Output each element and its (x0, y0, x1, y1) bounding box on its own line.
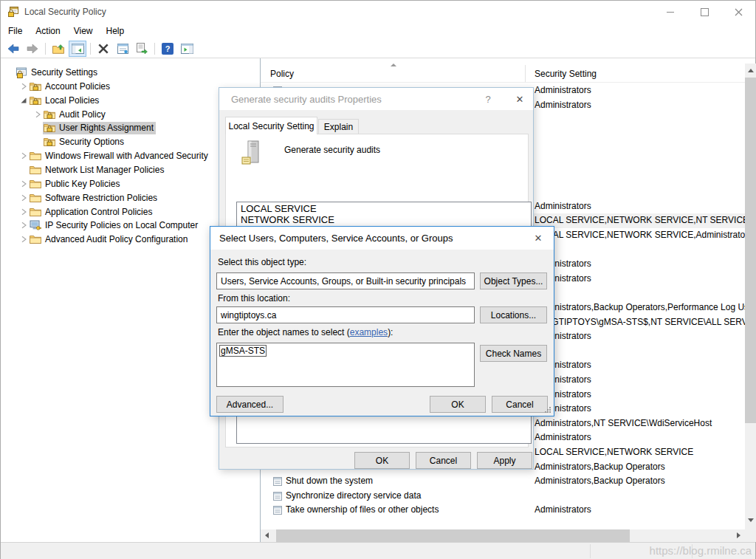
vertical-scroll-thumb[interactable] (745, 78, 756, 423)
show-console-tree-button[interactable] (69, 41, 86, 57)
policy-folder-lock-icon (44, 137, 56, 148)
properties-button[interactable] (114, 41, 131, 57)
security-setting-value: Administrators (535, 329, 745, 344)
tree-item-body[interactable]: User Rights Assignment (43, 122, 156, 134)
tree-item-body[interactable]: Security Settings (15, 66, 100, 79)
resize-grip[interactable] (545, 407, 551, 414)
tree-item-body[interactable]: IP Security Policies on Local Computer (29, 219, 200, 232)
folder-icon (30, 178, 42, 189)
tree-item-software-restriction-policies[interactable]: Software Restriction Policies (18, 191, 159, 205)
folder-icon (30, 206, 42, 217)
show-action-pane-button[interactable] (178, 41, 196, 57)
back-button[interactable] (4, 41, 22, 57)
security-setting-value: LOCAL SERVICE,NETWORK SERVICE,Administra… (535, 228, 745, 243)
tree-item-advanced-audit-policy-configuration[interactable]: Advanced Audit Policy Configuration (18, 233, 190, 247)
collapse-icon[interactable] (18, 95, 29, 106)
tree-item-account-policies[interactable]: Account Policies (18, 79, 112, 93)
menu-file[interactable]: File (1, 24, 29, 38)
tree-item-body[interactable]: Public Key Policies (29, 177, 122, 190)
tree-item-local-policies[interactable]: Local Policies (18, 93, 101, 107)
security-setting-value: Administrators,Backup Operators (535, 474, 745, 489)
tree-item-body[interactable]: Advanced Audit Policy Configuration (29, 233, 190, 246)
policy-row[interactable]: Take ownership of files or other objects… (261, 503, 745, 518)
tree-item-body[interactable]: Audit Policy (43, 108, 108, 120)
security-setting-value: LOCAL SERVICE,NETWORK SERVICE (535, 445, 745, 460)
expand-icon[interactable] (18, 179, 29, 189)
minimize-button[interactable] (653, 1, 687, 23)
tree-item-security-settings[interactable]: Security Settings (4, 66, 100, 80)
properties-cancel-button[interactable]: Cancel (416, 452, 471, 469)
select-ok-button[interactable]: OK (430, 396, 486, 413)
properties-ok-button[interactable]: OK (354, 452, 410, 469)
advanced-button[interactable]: Advanced... (216, 396, 284, 413)
tree-item-body[interactable]: Software Restriction Policies (29, 191, 159, 204)
expand-icon[interactable] (32, 109, 43, 120)
policy-row[interactable]: Synchronize directory service data (261, 489, 745, 504)
tree-item-body[interactable]: Application Control Policies (29, 205, 154, 218)
scroll-up-icon[interactable] (748, 69, 754, 72)
horizontal-scrollbar[interactable] (261, 529, 745, 542)
tree-item-label: Software Restriction Policies (45, 193, 157, 203)
expand-icon[interactable] (18, 220, 29, 230)
tree-item-network-list-manager-policies[interactable]: Network List Manager Policies (18, 162, 166, 176)
vertical-scrollbar[interactable] (745, 64, 756, 527)
scroll-right-icon[interactable] (737, 532, 740, 538)
tree-item-body[interactable]: Local Policies (29, 94, 101, 106)
tree-item-ip-security-policies-on-local-computer[interactable]: IP Security Policies on Local Computer (18, 219, 200, 233)
member-item[interactable]: LOCAL SERVICE (241, 203, 527, 214)
tree-item-security-options[interactable]: Security Options (32, 135, 126, 149)
tree-item-body[interactable]: Windows Firewall with Advanced Security (29, 150, 210, 162)
tree-item-body[interactable]: Account Policies (29, 80, 112, 92)
tree-item-public-key-policies[interactable]: Public Key Policies (18, 176, 122, 191)
object-type-field[interactable]: Users, Service Accounts, Groups, or Buil… (216, 272, 475, 289)
member-item[interactable]: NETWORK SERVICE (241, 214, 527, 225)
dialog-help-button[interactable]: ? (478, 88, 498, 110)
menu-help[interactable]: Help (100, 24, 131, 38)
maximize-button[interactable] (687, 1, 721, 23)
expander-spacer (18, 165, 29, 175)
expand-icon[interactable] (18, 193, 29, 203)
select-cancel-button[interactable]: Cancel (492, 396, 548, 413)
export-list-button[interactable] (133, 41, 151, 57)
object-names-input[interactable]: gMSA-STS (216, 343, 475, 387)
tree-item-user-rights-assignment[interactable]: User Rights Assignment (32, 121, 156, 135)
forward-button[interactable] (24, 41, 41, 57)
tab-explain[interactable]: Explain (318, 119, 359, 134)
tree-item-windows-firewall-with-advanced-security[interactable]: Windows Firewall with Advanced Security (18, 149, 210, 163)
security-setting-value: Administrators (535, 373, 745, 388)
check-names-button[interactable]: Check Names (480, 345, 547, 362)
policy-icon (272, 505, 283, 515)
horizontal-scroll-thumb[interactable] (276, 529, 630, 542)
select-dialog-close-button[interactable]: ✕ (527, 227, 549, 250)
delete-button[interactable] (94, 41, 112, 57)
expand-icon[interactable] (18, 81, 29, 92)
locations-button[interactable]: Locations... (480, 306, 547, 323)
tree-item-label: Local Policies (45, 95, 99, 106)
security-setting-value: WINGTIPTOYS\gMSA-STS$,NT SERVICE\ALL SER… (535, 315, 745, 330)
tree-item-body[interactable]: Security Options (43, 136, 126, 148)
help-button[interactable]: ? (159, 41, 176, 57)
menu-view[interactable]: View (67, 24, 100, 38)
up-folder-icon (52, 44, 64, 54)
tree-item-audit-policy[interactable]: Audit Policy (32, 107, 108, 121)
menu-action[interactable]: Action (29, 24, 66, 38)
policy-name: Take ownership of files or other objects (286, 503, 439, 518)
properties-apply-button[interactable]: Apply (477, 452, 532, 469)
security-setting-value: Administrators (535, 431, 745, 445)
scroll-left-icon[interactable] (265, 532, 269, 538)
dialog-close-button[interactable]: ✕ (507, 88, 532, 110)
object-types-button[interactable]: Object Types... (480, 272, 547, 289)
expand-icon[interactable] (18, 151, 29, 161)
policy-row[interactable]: Shut down the systemAdministrators,Backu… (261, 474, 745, 489)
expand-icon[interactable] (18, 234, 29, 244)
scroll-down-icon[interactable] (748, 518, 754, 522)
close-button[interactable] (721, 1, 755, 23)
up-one-level-button[interactable] (49, 41, 67, 57)
tree-item-body[interactable]: Network List Manager Policies (29, 163, 166, 176)
expand-icon[interactable] (18, 207, 29, 217)
local-security-policy-window: Local Security Policy FileActionViewHelp… (0, 0, 756, 559)
tree-item-application-control-policies[interactable]: Application Control Policies (18, 205, 154, 219)
examples-link[interactable]: examples (350, 327, 388, 337)
tab-local-security-setting[interactable]: Local Security Setting (225, 117, 317, 134)
location-field[interactable]: wingtiptoys.ca (216, 306, 475, 323)
